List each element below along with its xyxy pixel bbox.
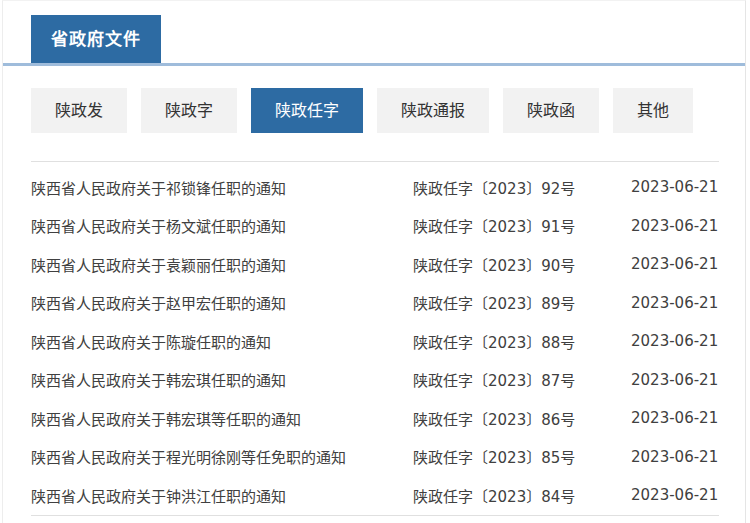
- page-container: 省政府文件 陕政发陕政字陕政任字陕政通报陕政函其他 陕西省人民政府关于祁锁锋任职…: [2, 0, 746, 523]
- document-number: 陕政任字〔2023〕87号: [413, 369, 631, 390]
- tab-shaan-zheng-ren-zi[interactable]: 陕政任字: [251, 88, 363, 133]
- document-title-link[interactable]: 陕西省人民政府关于赵甲宏任职的通知: [31, 292, 413, 313]
- page-title: 省政府文件: [31, 15, 161, 63]
- tab-shaan-zheng-fa[interactable]: 陕政发: [31, 88, 127, 133]
- tab-shaan-zheng-tongbao[interactable]: 陕政通报: [377, 88, 489, 133]
- document-row: 陕西省人民政府关于袁颖丽任职的通知陕政任字〔2023〕90号2023-06-21: [31, 245, 719, 284]
- document-date: 2023-06-21: [631, 448, 719, 466]
- document-title-link[interactable]: 陕西省人民政府关于程光明徐刚等任免职的通知: [31, 446, 413, 467]
- tab-qita[interactable]: 其他: [613, 88, 693, 133]
- document-number: 陕政任字〔2023〕85号: [413, 446, 631, 467]
- document-row: 陕西省人民政府关于赵甲宏任职的通知陕政任字〔2023〕89号2023-06-21: [31, 284, 719, 323]
- document-date: 2023-06-21: [631, 255, 719, 273]
- document-title-link[interactable]: 陕西省人民政府关于韩宏琪任职的通知: [31, 369, 413, 390]
- document-row: 陕西省人民政府关于陈璇任职的通知陕政任字〔2023〕88号2023-06-21: [31, 322, 719, 361]
- tab-bar: 陕政发陕政字陕政任字陕政通报陕政函其他: [31, 88, 745, 133]
- document-title-link[interactable]: 陕西省人民政府关于韩宏琪等任职的通知: [31, 408, 413, 429]
- tab-shaan-zheng-han[interactable]: 陕政函: [503, 88, 599, 133]
- document-date: 2023-06-21: [631, 217, 719, 235]
- document-date: 2023-06-21: [631, 409, 719, 427]
- document-row: 陕西省人民政府关于韩宏琪等任职的通知陕政任字〔2023〕86号2023-06-2…: [31, 399, 719, 438]
- document-row: 陕西省人民政府关于钟洪江任职的通知陕政任字〔2023〕84号2023-06-21: [31, 476, 719, 515]
- document-number: 陕政任字〔2023〕89号: [413, 292, 631, 313]
- tab-shaan-zheng-zi[interactable]: 陕政字: [141, 88, 237, 133]
- document-number: 陕政任字〔2023〕90号: [413, 254, 631, 275]
- document-title-link[interactable]: 陕西省人民政府关于袁颖丽任职的通知: [31, 254, 413, 275]
- document-number: 陕政任字〔2023〕91号: [413, 215, 631, 236]
- document-title-link[interactable]: 陕西省人民政府关于陈璇任职的通知: [31, 331, 413, 352]
- document-number: 陕政任字〔2023〕84号: [413, 485, 631, 506]
- document-list: 陕西省人民政府关于祁锁锋任职的通知陕政任字〔2023〕92号2023-06-21…: [31, 161, 719, 516]
- document-number: 陕政任字〔2023〕88号: [413, 331, 631, 352]
- document-number: 陕政任字〔2023〕86号: [413, 408, 631, 429]
- section-header: 省政府文件: [3, 1, 745, 66]
- document-date: 2023-06-21: [631, 178, 719, 196]
- document-row: 陕西省人民政府关于祁锁锋任职的通知陕政任字〔2023〕92号2023-06-21: [31, 168, 719, 207]
- document-row: 陕西省人民政府关于韩宏琪任职的通知陕政任字〔2023〕87号2023-06-21: [31, 361, 719, 400]
- document-title-link[interactable]: 陕西省人民政府关于祁锁锋任职的通知: [31, 177, 413, 198]
- document-title-link[interactable]: 陕西省人民政府关于杨文斌任职的通知: [31, 215, 413, 236]
- document-date: 2023-06-21: [631, 486, 719, 504]
- document-date: 2023-06-21: [631, 332, 719, 350]
- document-date: 2023-06-21: [631, 371, 719, 389]
- document-title-link[interactable]: 陕西省人民政府关于钟洪江任职的通知: [31, 485, 413, 506]
- document-number: 陕政任字〔2023〕92号: [413, 177, 631, 198]
- document-row: 陕西省人民政府关于杨文斌任职的通知陕政任字〔2023〕91号2023-06-21: [31, 207, 719, 246]
- document-date: 2023-06-21: [631, 294, 719, 312]
- document-row: 陕西省人民政府关于程光明徐刚等任免职的通知陕政任字〔2023〕85号2023-0…: [31, 438, 719, 477]
